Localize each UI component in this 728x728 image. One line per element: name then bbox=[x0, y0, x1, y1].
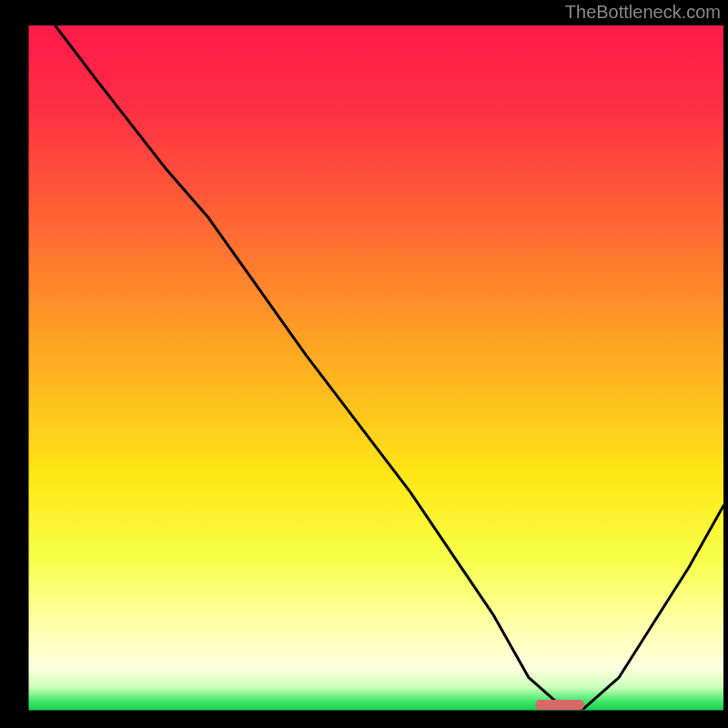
watermark-label: TheBottleneck.com bbox=[565, 2, 721, 23]
plot-background bbox=[27, 25, 723, 712]
chart-svg bbox=[0, 0, 728, 728]
optimal-marker bbox=[535, 700, 584, 710]
chart-container: TheBottleneck.com bbox=[0, 0, 728, 728]
